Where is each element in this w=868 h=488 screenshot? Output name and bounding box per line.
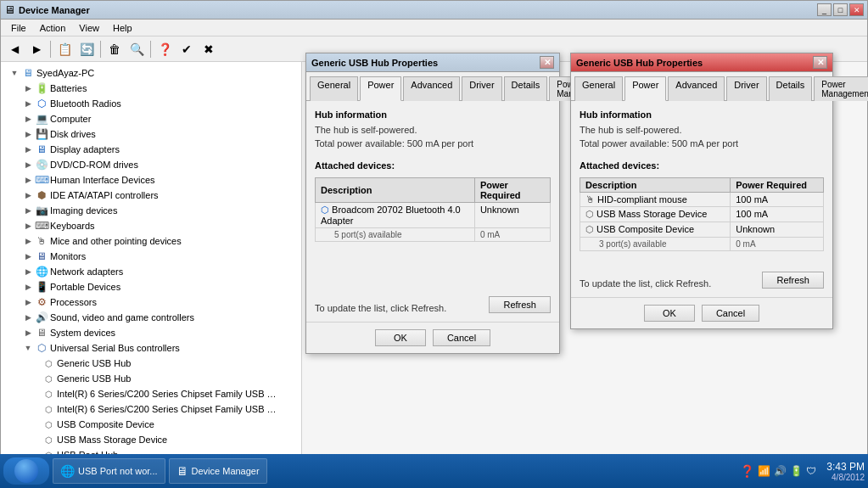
hid-icon: ⌨: [35, 173, 48, 187]
tray-volume-icon[interactable]: 🔊: [774, 465, 787, 477]
expand-keyboards[interactable]: ▶: [21, 219, 35, 233]
tree-computer[interactable]: ▶ 💻 Computer: [1, 111, 301, 126]
tree-batteries[interactable]: ▶ 🔋 Batteries: [1, 81, 301, 96]
tree-monitors[interactable]: ▶ 🖥 Monitors: [1, 249, 301, 264]
tree-root[interactable]: ▼ 🖥 SyedAyaz-PC: [1, 65, 301, 81]
expand-ide[interactable]: ▶: [21, 188, 35, 202]
tree-generic-hub-1[interactable]: ⬡ Generic USB Hub: [1, 356, 301, 371]
menu-view[interactable]: View: [72, 21, 106, 35]
tray-safety-icon[interactable]: 🛡: [806, 465, 816, 477]
dialog2-cancel-button[interactable]: Cancel: [702, 305, 759, 322]
tree-usb-composite[interactable]: ⬡ USB Composite Device: [1, 417, 301, 432]
toolbar-help[interactable]: ❓: [154, 39, 175, 59]
dialog1-cancel-button[interactable]: Cancel: [433, 329, 490, 346]
tree-display[interactable]: ▶ 🖥 Display adapters: [1, 142, 301, 157]
toolbar-uninstall[interactable]: 🗑: [104, 39, 125, 59]
expand-display[interactable]: ▶: [21, 143, 35, 156]
expand-processors[interactable]: ▶: [21, 295, 35, 309]
toolbar-back[interactable]: ◀: [4, 39, 25, 59]
tree-intel-usb-2[interactable]: ⬡ Intel(R) 6 Series/C200 Series Chipset …: [1, 401, 301, 417]
dialog2-tab-details[interactable]: Details: [769, 76, 813, 101]
toolbar-disable[interactable]: ✖: [199, 39, 219, 59]
network-icon: 🌐: [35, 265, 48, 278]
tree-panel: ▼ 🖥 SyedAyaz-PC ▶ 🔋 Batteries ▶ ⬡ Blueto…: [1, 62, 302, 455]
expand-portable[interactable]: ▶: [21, 280, 35, 294]
tray-battery-icon[interactable]: 🔋: [790, 465, 803, 477]
menu-file[interactable]: File: [4, 21, 33, 35]
tree-disk[interactable]: ▶ 💾 Disk drives: [1, 126, 301, 142]
dialog1-refresh-button[interactable]: Refresh: [489, 296, 551, 313]
toolbar-enable[interactable]: ✔: [176, 39, 197, 59]
tree-hid[interactable]: ▶ ⌨ Human Interface Devices: [1, 172, 301, 188]
tree-generic-hub-2[interactable]: ⬡ Generic USB Hub: [1, 371, 301, 386]
tree-system[interactable]: ▶ 🖥 System devices: [1, 325, 301, 340]
keyboards-label: Keyboards: [50, 221, 95, 231]
taskbar-item-ie[interactable]: 🌐 USB Port not wor...: [53, 458, 165, 484]
dialog2-close-button[interactable]: ✕: [813, 56, 827, 69]
toolbar-properties[interactable]: 📋: [54, 39, 75, 59]
menu-help[interactable]: Help: [106, 21, 139, 35]
expand-batteries[interactable]: ▶: [21, 81, 35, 95]
start-button[interactable]: [3, 457, 49, 485]
tree-expand-root[interactable]: ▼: [8, 66, 21, 80]
expand-dvd[interactable]: ▶: [21, 158, 35, 171]
close-button[interactable]: ✕: [849, 3, 864, 16]
tree-imaging[interactable]: ▶ 📷 Imaging devices: [1, 203, 301, 218]
expand-disk[interactable]: ▶: [21, 127, 35, 141]
dialog2-title: Generic USB Hub Properties: [576, 58, 703, 68]
expand-bluetooth[interactable]: ▶: [21, 97, 35, 110]
expand-network[interactable]: ▶: [21, 265, 35, 278]
dialog2-device-power-1: 100 mA: [731, 193, 824, 207]
tree-network[interactable]: ▶ 🌐 Network adapters: [1, 264, 301, 279]
dialog2-ok-button[interactable]: OK: [644, 305, 695, 322]
expand-sound[interactable]: ▶: [21, 311, 35, 324]
dialog1-tab-advanced[interactable]: Advanced: [403, 76, 460, 101]
dialog1-tab-driver[interactable]: Driver: [462, 76, 501, 101]
tree-portable[interactable]: ▶ 📱 Portable Devices: [1, 279, 301, 294]
dialog2-tab-power[interactable]: Power: [624, 76, 666, 101]
expand-computer[interactable]: ▶: [21, 112, 35, 126]
tree-keyboards[interactable]: ▶ ⌨ Keyboards: [1, 218, 301, 233]
expand-monitors[interactable]: ▶: [21, 250, 35, 263]
taskbar-item-dm[interactable]: 🖥 Device Manager: [169, 458, 267, 484]
menu-action[interactable]: Action: [33, 21, 73, 35]
dialog2-tab-driver[interactable]: Driver: [726, 76, 766, 101]
tray-help-icon[interactable]: ❓: [740, 464, 754, 478]
tree-mice[interactable]: ▶ 🖱 Mice and other pointing devices: [1, 233, 301, 249]
minimize-button[interactable]: _: [817, 3, 832, 16]
tree-processors[interactable]: ▶ ⚙ Processors: [1, 294, 301, 310]
dialog1-close-button[interactable]: ✕: [540, 56, 554, 69]
dialog2-tab-advanced[interactable]: Advanced: [668, 76, 725, 101]
ide-icon: ⬢: [35, 188, 48, 202]
toolbar-forward[interactable]: ▶: [26, 39, 47, 59]
dialog2-refresh-button[interactable]: Refresh: [762, 272, 824, 289]
tree-intel-usb-1[interactable]: ⬡ Intel(R) 6 Series/C200 Series Chipset …: [1, 386, 301, 401]
dialog1-tab-power[interactable]: Power: [360, 76, 401, 101]
usb-child-1: Generic USB Hub: [57, 358, 131, 368]
dialog2-tab-general[interactable]: General: [574, 76, 623, 101]
toolbar-update[interactable]: 🔄: [76, 39, 97, 59]
toolbar-scan[interactable]: 🔍: [126, 39, 147, 59]
dialog2-attached-title: Attached devices:: [580, 160, 824, 171]
maximize-button[interactable]: □: [833, 3, 848, 16]
dialog1-tab-details[interactable]: Details: [504, 76, 548, 101]
tree-usb[interactable]: ▼ ⬡ Universal Serial Bus controllers: [1, 340, 301, 356]
dialog1-tab-general[interactable]: General: [310, 76, 358, 101]
dialog1-ok-button[interactable]: OK: [375, 329, 426, 346]
tray-network-icon[interactable]: 📶: [758, 465, 770, 477]
expand-system[interactable]: ▶: [21, 326, 35, 339]
menu-bar: File Action View Help: [1, 20, 867, 36]
tree-sound[interactable]: ▶ 🔊 Sound, video and game controllers: [1, 310, 301, 325]
dialog2-tab-powermgmt[interactable]: Power Management: [814, 76, 868, 101]
tree-usb-mass[interactable]: ⬡ USB Mass Storage Device: [1, 432, 301, 447]
clock-time: 3:43 PM: [826, 461, 865, 473]
expand-mice[interactable]: ▶: [21, 234, 35, 248]
expand-imaging[interactable]: ▶: [21, 204, 35, 217]
expand-hid[interactable]: ▶: [21, 173, 35, 187]
system-clock[interactable]: 3:43 PM 4/8/2012: [826, 461, 865, 482]
expand-usb[interactable]: ▼: [21, 341, 35, 355]
dialog2-device-name-3: ⬡ USB Composite Device: [580, 222, 731, 238]
tree-bluetooth[interactable]: ▶ ⬡ Bluetooth Radios: [1, 96, 301, 111]
tree-dvd[interactable]: ▶ 💿 DVD/CD-ROM drives: [1, 157, 301, 172]
tree-ide[interactable]: ▶ ⬢ IDE ATA/ATAPI controllers: [1, 188, 301, 203]
